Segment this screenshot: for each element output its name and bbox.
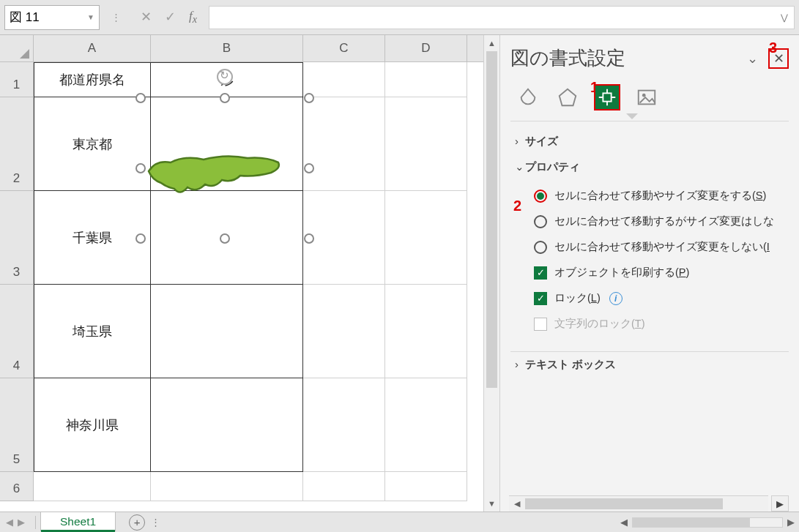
opt-text-lock-label: 文字列のロック(T) (554, 317, 645, 331)
cell-b1[interactable]: 形 (151, 62, 303, 97)
grid-scroll-left-icon[interactable]: ◀ (616, 517, 632, 528)
section-size[interactable]: ›サイズ (510, 129, 789, 154)
section-textbox[interactable]: ›テキスト ボックス (510, 351, 789, 378)
fx-icon[interactable]: fx (189, 9, 197, 26)
pane-tabs (515, 84, 789, 110)
worksheet-grid[interactable]: A B C D 1 都道府県名 形 2 東京都 (0, 35, 483, 512)
pane-horizontal-scrollbar[interactable]: ◀ (509, 495, 768, 512)
checkbox-print[interactable]: ✓ (534, 266, 547, 280)
opt-lock-label: ロック(L) (554, 291, 601, 305)
sheet-tab-label: Sheet1 (60, 515, 96, 528)
pane-title: 図の書式設定 (510, 45, 625, 71)
row-header-3[interactable]: 3 (0, 191, 34, 285)
cell-a2[interactable]: 東京都 (34, 97, 151, 191)
cell-d6[interactable] (385, 472, 467, 501)
pane-scroll-thumb[interactable] (525, 498, 723, 509)
radio-no-move[interactable] (534, 241, 547, 254)
row-header-2[interactable]: 2 (0, 97, 34, 191)
cell-d4[interactable] (385, 285, 467, 378)
cell-c4[interactable] (303, 285, 385, 378)
expand-formula-icon[interactable]: ⋁ (781, 12, 788, 23)
formula-actions: ✕ ✓ fx (132, 9, 206, 26)
svg-point-3 (642, 94, 646, 97)
sheet-tab-overflow-icon[interactable]: ⋮ (145, 517, 166, 528)
cell-b4[interactable] (151, 285, 303, 378)
row-header-1[interactable]: 1 (0, 62, 34, 97)
cell-b3[interactable] (151, 191, 303, 285)
info-icon[interactable]: i (609, 292, 623, 305)
name-box[interactable]: 図 11 ▼ (4, 5, 100, 30)
new-sheet-button[interactable]: + (129, 514, 145, 531)
section-properties-label: プロパティ (525, 160, 580, 173)
cell-c6[interactable] (303, 472, 385, 501)
row-header-4[interactable]: 4 (0, 285, 34, 378)
cell-a5[interactable]: 神奈川県 (34, 378, 151, 472)
cell-b5[interactable] (151, 378, 303, 472)
opt-text-lock: 文字列のロック(T) (534, 311, 784, 337)
opt-print-object[interactable]: ✓ オブジェクトを印刷する(P) (534, 260, 784, 285)
pane-options-icon[interactable]: ⌄ (747, 50, 758, 67)
scroll-up-icon[interactable]: ▲ (484, 35, 499, 51)
sheet-tab-bar: ◀ ▶ Sheet1 + ⋮ ◀ ▶ (0, 512, 799, 532)
checkbox-text-lock (534, 318, 547, 331)
properties-options: セルに合わせて移動やサイズ変更をする(S) セルに合わせて移動するがサイズ変更は… (510, 180, 789, 344)
column-headers: A B C D (0, 35, 483, 62)
pane-close-button[interactable]: ✕ (768, 48, 789, 69)
cell-a4[interactable]: 埼玉県 (34, 285, 151, 378)
enter-icon[interactable]: ✓ (165, 9, 176, 25)
cell-a6[interactable] (34, 472, 151, 501)
column-header-a[interactable]: A (34, 35, 151, 61)
select-all-corner[interactable] (0, 35, 34, 61)
active-tab-arrow-icon (626, 113, 638, 119)
cell-d3[interactable] (385, 191, 467, 285)
dropdown-icon[interactable]: ▼ (87, 13, 94, 21)
column-header-b[interactable]: B (151, 35, 303, 61)
pane-scroll-right-icon[interactable]: ▶ (771, 495, 789, 512)
grid-horizontal-scrollbar[interactable]: ◀ ▶ (616, 512, 799, 532)
row-header-6[interactable]: 6 (0, 472, 34, 501)
format-picture-pane: 1 2 3 図の書式設定 ⌄ ✕ (499, 35, 799, 512)
column-header-d[interactable]: D (385, 35, 467, 61)
section-size-label: サイズ (525, 135, 558, 147)
checkbox-lock[interactable]: ✓ (534, 292, 547, 305)
cell-d2[interactable] (385, 97, 467, 191)
radio-move-only[interactable] (534, 215, 547, 228)
opt-move-and-size-label: セルに合わせて移動やサイズ変更をする(S) (554, 189, 766, 203)
picture-tab-icon[interactable] (633, 84, 660, 110)
grid-scroll-right-icon[interactable]: ▶ (783, 517, 799, 528)
radio-move-and-size[interactable] (534, 190, 547, 203)
opt-move-and-size[interactable]: セルに合わせて移動やサイズ変更をする(S) (534, 183, 784, 209)
scroll-down-icon[interactable]: ▼ (484, 495, 499, 512)
cell-a1[interactable]: 都道府県名 (34, 62, 151, 97)
cell-d1[interactable] (385, 62, 467, 97)
cell-c2[interactable] (303, 97, 385, 191)
section-properties[interactable]: ⌄プロパティ (510, 154, 789, 180)
size-properties-tab-icon[interactable] (594, 84, 620, 110)
cell-a3[interactable]: 千葉県 (34, 191, 151, 285)
pane-scroll-left-icon[interactable]: ◀ (509, 499, 525, 509)
cell-b6[interactable] (151, 472, 303, 501)
grid-scroll-thumb[interactable] (633, 518, 750, 527)
formula-input[interactable]: ⋁ (209, 6, 795, 29)
sheet-nav-prev-icon[interactable]: ◀ (6, 517, 13, 528)
scroll-thumb-vertical[interactable] (486, 51, 497, 388)
cell-d5[interactable] (385, 378, 467, 472)
sheet-nav-next-icon[interactable]: ▶ (18, 517, 25, 528)
section-textbox-label: テキスト ボックス (525, 358, 616, 370)
cell-c5[interactable] (303, 378, 385, 472)
cell-c3[interactable] (303, 191, 385, 285)
effects-tab-icon[interactable] (554, 84, 581, 110)
row-header-5[interactable]: 5 (0, 378, 34, 472)
sheet-tab-active[interactable]: Sheet1 (40, 512, 116, 531)
opt-move-only[interactable]: セルに合わせて移動するがサイズ変更はしな (534, 209, 784, 234)
cell-c1[interactable] (303, 62, 385, 97)
opt-lock[interactable]: ✓ ロック(L) i (534, 285, 784, 311)
vertical-scrollbar[interactable]: ▲ ▼ (483, 35, 499, 512)
cell-b2[interactable] (151, 97, 303, 191)
opt-no-move[interactable]: セルに合わせて移動やサイズ変更をしない(I (534, 234, 784, 260)
opt-move-only-label: セルに合わせて移動するがサイズ変更はしな (554, 214, 774, 228)
fill-tab-icon[interactable] (515, 84, 541, 110)
column-header-c[interactable]: C (303, 35, 385, 61)
cancel-icon[interactable]: ✕ (141, 9, 152, 25)
sheet-nav[interactable]: ◀ ▶ (0, 517, 31, 528)
